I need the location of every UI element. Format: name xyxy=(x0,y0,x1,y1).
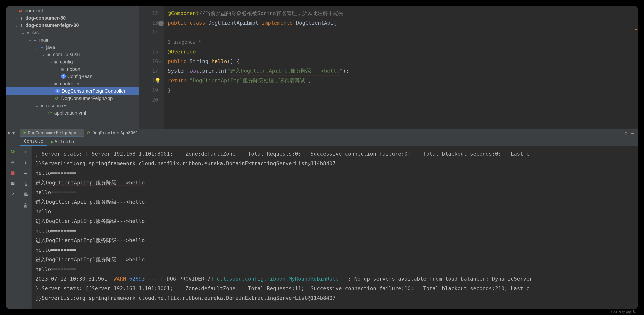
scroll-up-icon[interactable]: ↑ xyxy=(24,149,27,154)
tree-module-80[interactable]: ›▮dog-consumer-80 xyxy=(6,14,139,22)
tree-pom[interactable]: ᴍpom.xml xyxy=(6,7,139,14)
watermark: CSDN @@苏某 xyxy=(611,310,636,314)
resources-folder-icon: ▬ xyxy=(39,103,45,108)
console-tab[interactable]: Console xyxy=(20,137,47,146)
tree-resources[interactable]: ⌄▬resources xyxy=(6,102,139,109)
tree-dcfc[interactable]: CDogConsumerFeignController xyxy=(6,87,139,94)
package-icon: ▣ xyxy=(53,81,58,86)
tree-ribbon[interactable]: ›▣ribbon xyxy=(6,66,139,73)
chevron-down-icon: ⌄ xyxy=(14,23,18,28)
chevron-down-icon: ⌄ xyxy=(48,60,53,64)
chevron-down-icon: ⌄ xyxy=(42,52,46,57)
source-folder-icon: ▬ xyxy=(39,44,45,50)
chevron-right-icon: › xyxy=(56,67,60,71)
package-icon: ▣ xyxy=(60,66,66,72)
minimize-icon[interactable]: — xyxy=(631,130,634,136)
tree-config[interactable]: ⌄▣config xyxy=(6,58,139,66)
rerun-icon[interactable]: ⟳ xyxy=(11,148,15,154)
maven-icon: ᴍ xyxy=(18,8,23,13)
folder-icon: ▬ xyxy=(32,37,38,42)
project-tree[interactable]: ᴍpom.xml ›▮dog-consumer-80 ⌄▮dog-consume… xyxy=(6,6,139,129)
class-icon: C xyxy=(61,74,66,79)
usages-inlay[interactable]: 1 usage xyxy=(168,37,187,47)
run-tab-feign[interactable]: ⟳DogConsumerFeignApp× xyxy=(20,129,84,137)
console-output[interactable]: },Server stats: [[Server:192.168.1.101:8… xyxy=(32,146,638,309)
close-icon[interactable]: × xyxy=(79,130,82,135)
chevron-down-icon: ⌄ xyxy=(34,45,39,50)
vcs-inlay[interactable]: new * xyxy=(187,37,201,47)
run-panel: tun: ⟳DogConsumerFeignApp× ⟳DogProviderA… xyxy=(6,129,638,309)
module-icon: ▮ xyxy=(18,15,24,20)
spring-icon: ⟳ xyxy=(87,130,90,135)
tree-appyml[interactable]: ⟳application.yml xyxy=(6,109,139,116)
stop-icon[interactable]: ■ xyxy=(11,170,14,176)
scroll-down-icon[interactable]: ↓ xyxy=(24,160,27,165)
tree-src[interactable]: ⌄▬src xyxy=(6,29,139,36)
tree-configbean[interactable]: CConfigBean xyxy=(6,73,139,80)
code-area[interactable]: @Component //当前类型的对象必须被Spring容器管理，所以此注解不… xyxy=(164,6,638,129)
dashboard-icon[interactable]: ▦ xyxy=(11,180,14,186)
actuator-tab[interactable]: ◆Actuator xyxy=(47,138,80,146)
folder-icon: ▬ xyxy=(26,30,31,35)
spring-icon: ⟳ xyxy=(22,130,26,135)
tree-dcfa[interactable]: ⟳DogConsumerFeignApp xyxy=(6,94,139,102)
module-icon: ▮ xyxy=(18,22,24,28)
print-icon[interactable]: 🖶 xyxy=(23,192,28,198)
tree-module-feign[interactable]: ⌄▮dog-consumer-feign-80 xyxy=(6,22,139,29)
actuator-icon: ◆ xyxy=(50,139,53,144)
run-toolbar: ⟳ ⎆ ■ ▦ ↗ xyxy=(6,146,20,309)
soft-wrap-icon[interactable]: ⇥ xyxy=(24,170,27,176)
run-toolwindow-label: tun: xyxy=(8,130,15,136)
gear-icon[interactable]: ⚙ xyxy=(624,130,628,136)
tree-controller[interactable]: ⌄▣controller xyxy=(6,80,139,87)
gutter: 12 13⬤ 14 · 15 16o↑ 17 18💡 19 20 xyxy=(139,6,164,129)
close-icon[interactable]: × xyxy=(142,130,144,135)
clear-icon[interactable]: 🗑 xyxy=(23,202,28,208)
run-target-icon[interactable]: ⎆ xyxy=(11,159,14,165)
chevron-down-icon: ⌄ xyxy=(21,30,26,35)
spring-icon: ⟳ xyxy=(47,110,53,116)
spring-icon: ⟳ xyxy=(54,96,60,101)
console-toolbar: ↑ ↓ ⇥ ⤓ 🖶 🗑 xyxy=(20,146,32,309)
package-icon: ▣ xyxy=(46,52,52,57)
override-icon[interactable]: o↑ xyxy=(157,59,164,64)
tree-main[interactable]: ⌄▬main xyxy=(6,36,139,44)
tree-java[interactable]: ⌄▬java xyxy=(6,44,139,51)
chevron-down-icon: ⌄ xyxy=(34,103,39,108)
chevron-right-icon: › xyxy=(14,16,18,20)
chevron-down-icon: ⌄ xyxy=(48,81,53,86)
exit-icon[interactable]: ↗ xyxy=(11,190,14,197)
bulb-icon[interactable]: 💡 xyxy=(155,78,160,84)
editor-error-stripe[interactable] xyxy=(634,6,637,129)
no-usage-icon: ⬤ xyxy=(157,20,164,26)
tree-pkg[interactable]: ⌄▣com.liu.susu xyxy=(6,51,139,58)
run-tab-provider[interactable]: ⟳DogProviderApp8001× xyxy=(84,129,146,137)
scroll-to-end-icon[interactable]: ⤓ xyxy=(24,181,28,187)
editor-pane[interactable]: 12 13⬤ 14 · 15 16o↑ 17 18💡 19 20 @Compon… xyxy=(139,6,638,129)
class-icon: C xyxy=(56,89,60,93)
package-icon: ▣ xyxy=(53,59,58,64)
chevron-down-icon: ⌄ xyxy=(28,38,32,42)
run-sub-tabs: Console ◆Actuator xyxy=(6,137,638,146)
run-tabs: tun: ⟳DogConsumerFeignApp× ⟳DogProviderA… xyxy=(6,129,638,137)
